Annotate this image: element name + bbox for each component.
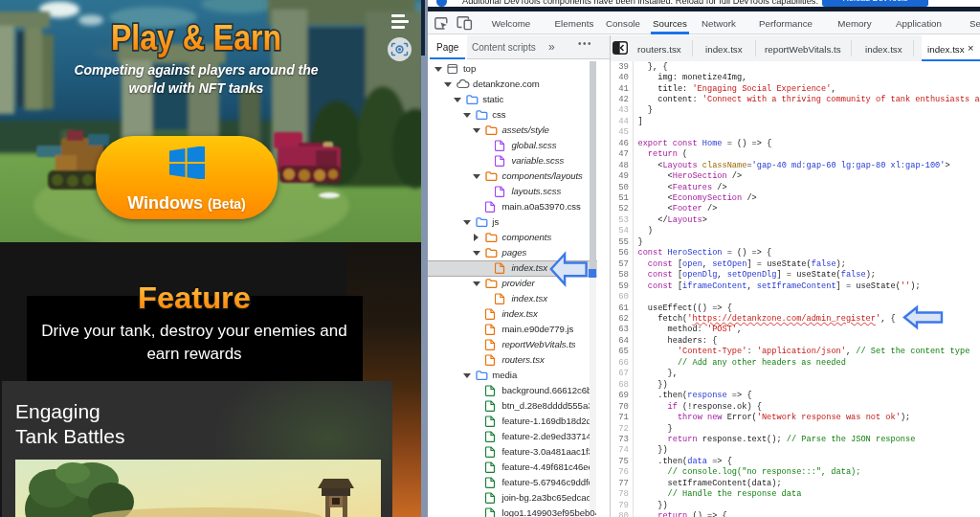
svg-text:Feature: Feature [138, 281, 251, 315]
svg-text:Play & Earn: Play & Earn [111, 18, 281, 57]
